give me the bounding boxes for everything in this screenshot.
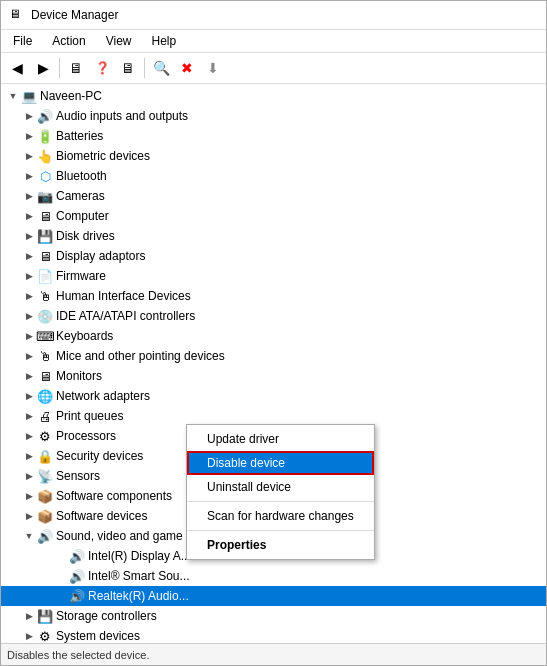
tree-item-firmware[interactable]: ▶ 📄 Firmware <box>1 266 546 286</box>
tree-item-computer[interactable]: ▶ 🖥 Computer <box>1 206 546 226</box>
remove-button[interactable]: ✖ <box>175 56 199 80</box>
bluetooth-label: Bluetooth <box>56 169 107 183</box>
forward-button[interactable]: ▶ <box>31 56 55 80</box>
tree-item-batteries[interactable]: ▶ 🔋 Batteries <box>1 126 546 146</box>
context-menu: Update driver Disable device Uninstall d… <box>186 424 375 560</box>
menu-bar: File Action View Help <box>1 30 546 53</box>
tree-item-intel-smart[interactable]: 🔊 Intel® Smart Sou... <box>1 566 546 586</box>
expand-monitors[interactable]: ▶ <box>21 368 37 384</box>
display-label: Display adaptors <box>56 249 145 263</box>
tree-item-ide[interactable]: ▶ 💿 IDE ATA/ATAPI controllers <box>1 306 546 326</box>
expand-cameras[interactable]: ▶ <box>21 188 37 204</box>
computer-icon: 💻 <box>21 88 37 104</box>
processors-label: Processors <box>56 429 116 443</box>
expand-root[interactable]: ▼ <box>5 88 21 104</box>
tree-item-mice[interactable]: ▶ 🖱 Mice and other pointing devices <box>1 346 546 366</box>
sensors-label: Sensors <box>56 469 100 483</box>
tree-item-biometric[interactable]: ▶ 👆 Biometric devices <box>1 146 546 166</box>
expand-processors[interactable]: ▶ <box>21 428 37 444</box>
mice-label: Mice and other pointing devices <box>56 349 225 363</box>
disk-label: Disk drives <box>56 229 115 243</box>
status-text: Disables the selected device. <box>7 649 149 661</box>
expand-bluetooth[interactable]: ▶ <box>21 168 37 184</box>
back-button[interactable]: ◀ <box>5 56 29 80</box>
menu-help[interactable]: Help <box>144 32 185 50</box>
intel-display-icon: 🔊 <box>69 548 85 564</box>
hid-icon: 🖱 <box>37 288 53 304</box>
tree-item-cameras[interactable]: ▶ 📷 Cameras <box>1 186 546 206</box>
tree-item-keyboards[interactable]: ▶ ⌨ Keyboards <box>1 326 546 346</box>
tree-item-system[interactable]: ▶ ⚙ System devices <box>1 626 546 643</box>
tree-item-monitors[interactable]: ▶ 🖥 Monitors <box>1 366 546 386</box>
expand-network[interactable]: ▶ <box>21 388 37 404</box>
tree-item-network[interactable]: ▶ 🌐 Network adapters <box>1 386 546 406</box>
expand-display[interactable]: ▶ <box>21 248 37 264</box>
tree-item-root[interactable]: ▼ 💻 Naveen-PC <box>1 86 546 106</box>
keyboard-icon: ⌨ <box>37 328 53 344</box>
software-devices-label: Software devices <box>56 509 147 523</box>
update-button[interactable]: ⬇ <box>201 56 225 80</box>
network-label: Network adapters <box>56 389 150 403</box>
ctx-disable-device[interactable]: Disable device <box>187 451 374 475</box>
expand-firmware[interactable]: ▶ <box>21 268 37 284</box>
expand-software-components[interactable]: ▶ <box>21 488 37 504</box>
menu-action[interactable]: Action <box>44 32 93 50</box>
hid-label: Human Interface Devices <box>56 289 191 303</box>
expand-audio[interactable]: ▶ <box>21 108 37 124</box>
intel-smart-icon: 🔊 <box>69 568 85 584</box>
system-label: System devices <box>56 629 140 643</box>
batteries-label: Batteries <box>56 129 103 143</box>
tree-item-storage[interactable]: ▶ 💾 Storage controllers <box>1 606 546 626</box>
ctx-scan[interactable]: Scan for hardware changes <box>187 504 374 528</box>
device-button[interactable]: 🖥 <box>116 56 140 80</box>
print-label: Print queues <box>56 409 123 423</box>
ide-label: IDE ATA/ATAPI controllers <box>56 309 195 323</box>
expand-system[interactable]: ▶ <box>21 628 37 643</box>
expand-computer[interactable]: ▶ <box>21 208 37 224</box>
expand-sound[interactable]: ▼ <box>21 528 37 544</box>
tree-item-audio[interactable]: ▶ 🔊 Audio inputs and outputs <box>1 106 546 126</box>
ctx-uninstall-device[interactable]: Uninstall device <box>187 475 374 499</box>
window-icon: 🖥 <box>9 7 25 23</box>
audio-icon: 🔊 <box>37 108 53 124</box>
processor-icon: ⚙ <box>37 428 53 444</box>
info-button[interactable]: ❓ <box>90 56 114 80</box>
expand-hid[interactable]: ▶ <box>21 288 37 304</box>
expand-disk[interactable]: ▶ <box>21 228 37 244</box>
root-label: Naveen-PC <box>40 89 102 103</box>
tree-item-hid[interactable]: ▶ 🖱 Human Interface Devices <box>1 286 546 306</box>
tree-item-display[interactable]: ▶ 🖥 Display adaptors <box>1 246 546 266</box>
biometric-label: Biometric devices <box>56 149 150 163</box>
expand-sensors[interactable]: ▶ <box>21 468 37 484</box>
computer-button[interactable]: 🖥 <box>64 56 88 80</box>
ctx-update-driver[interactable]: Update driver <box>187 427 374 451</box>
device-manager-window: 🖥 Device Manager File Action View Help ◀… <box>0 0 547 666</box>
storage-label: Storage controllers <box>56 609 157 623</box>
display-icon: 🖥 <box>37 248 53 264</box>
toolbar-separator-1 <box>59 58 60 78</box>
realtek-icon: 🔊 <box>69 588 85 604</box>
menu-file[interactable]: File <box>5 32 40 50</box>
tree-item-realtek[interactable]: 🔊 Realtek(R) Audio... <box>1 586 546 606</box>
expand-print[interactable]: ▶ <box>21 408 37 424</box>
tree-item-bluetooth[interactable]: ▶ ⬡ Bluetooth <box>1 166 546 186</box>
expand-software-devices[interactable]: ▶ <box>21 508 37 524</box>
menu-view[interactable]: View <box>98 32 140 50</box>
expand-security[interactable]: ▶ <box>21 448 37 464</box>
expand-storage[interactable]: ▶ <box>21 608 37 624</box>
ctx-properties[interactable]: Properties <box>187 533 374 557</box>
expand-biometric[interactable]: ▶ <box>21 148 37 164</box>
sensors-icon: 📡 <box>37 468 53 484</box>
firmware-label: Firmware <box>56 269 106 283</box>
bluetooth-icon: ⬡ <box>37 168 53 184</box>
scan-button[interactable]: 🔍 <box>149 56 173 80</box>
tree-item-disk[interactable]: ▶ 💾 Disk drives <box>1 226 546 246</box>
tree-item-print[interactable]: ▶ 🖨 Print queues <box>1 406 546 426</box>
expand-ide[interactable]: ▶ <box>21 308 37 324</box>
disk-icon: 💾 <box>37 228 53 244</box>
print-icon: 🖨 <box>37 408 53 424</box>
biometric-icon: 👆 <box>37 148 53 164</box>
tree-content[interactable]: ▼ 💻 Naveen-PC ▶ 🔊 Audio inputs and outpu… <box>1 84 546 643</box>
expand-batteries[interactable]: ▶ <box>21 128 37 144</box>
expand-mice[interactable]: ▶ <box>21 348 37 364</box>
